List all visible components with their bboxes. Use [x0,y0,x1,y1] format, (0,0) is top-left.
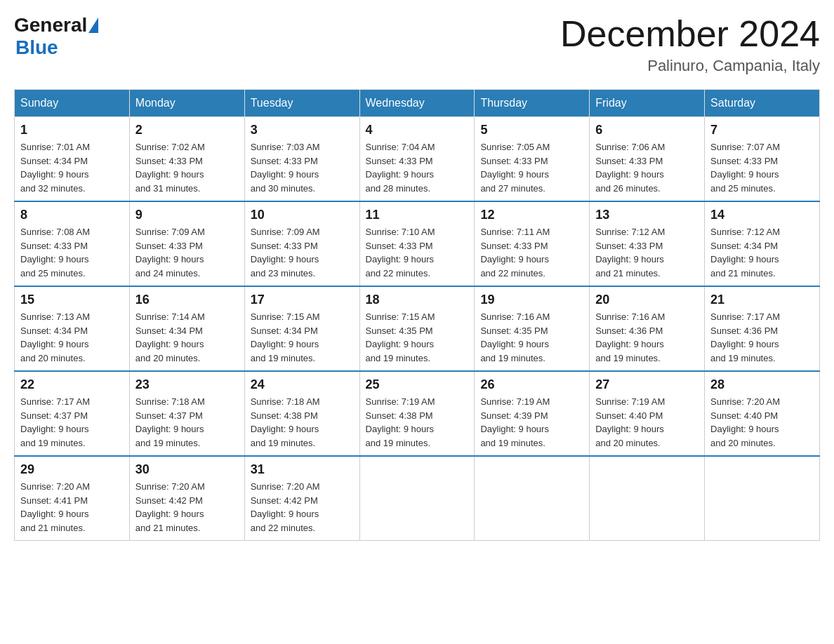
calendar-day-cell: 21 Sunrise: 7:17 AM Sunset: 4:36 PM Dayl… [705,286,820,371]
calendar-week-row: 22 Sunrise: 7:17 AM Sunset: 4:37 PM Dayl… [15,371,820,456]
day-info: Sunrise: 7:17 AM Sunset: 4:37 PM Dayligh… [20,395,124,450]
calendar-day-cell: 8 Sunrise: 7:08 AM Sunset: 4:33 PM Dayli… [15,201,130,286]
month-title: December 2024 [560,14,820,54]
day-info: Sunrise: 7:17 AM Sunset: 4:36 PM Dayligh… [710,310,814,365]
calendar-day-cell: 23 Sunrise: 7:18 AM Sunset: 4:37 PM Dayl… [129,371,244,456]
header-sunday: Sunday [15,90,130,117]
calendar-week-row: 15 Sunrise: 7:13 AM Sunset: 4:34 PM Dayl… [15,286,820,371]
day-info: Sunrise: 7:09 AM Sunset: 4:33 PM Dayligh… [251,225,354,280]
day-info: Sunrise: 7:16 AM Sunset: 4:35 PM Dayligh… [480,310,583,365]
day-info: Sunrise: 7:02 AM Sunset: 4:33 PM Dayligh… [135,140,239,195]
day-info: Sunrise: 7:14 AM Sunset: 4:34 PM Dayligh… [135,310,239,365]
calendar-day-cell: 16 Sunrise: 7:14 AM Sunset: 4:34 PM Dayl… [129,286,244,371]
logo-triangle-icon [88,18,98,33]
day-info: Sunrise: 7:18 AM Sunset: 4:37 PM Dayligh… [135,395,239,450]
calendar-day-cell: 3 Sunrise: 7:03 AM Sunset: 4:33 PM Dayli… [244,117,359,202]
day-info: Sunrise: 7:19 AM Sunset: 4:39 PM Dayligh… [480,395,583,450]
day-number: 30 [135,462,239,477]
calendar-day-cell: 13 Sunrise: 7:12 AM Sunset: 4:33 PM Dayl… [590,201,705,286]
day-info: Sunrise: 7:15 AM Sunset: 4:35 PM Dayligh… [366,310,469,365]
day-number: 27 [595,377,699,392]
day-number: 21 [710,293,814,307]
calendar-day-cell: 15 Sunrise: 7:13 AM Sunset: 4:34 PM Dayl… [15,286,130,371]
calendar-week-row: 8 Sunrise: 7:08 AM Sunset: 4:33 PM Dayli… [15,201,820,286]
day-number: 14 [710,208,814,222]
day-number: 23 [135,377,239,392]
day-number: 9 [135,208,239,222]
calendar-day-cell: 31 Sunrise: 7:20 AM Sunset: 4:42 PM Dayl… [244,456,359,541]
calendar-day-cell: 11 Sunrise: 7:10 AM Sunset: 4:33 PM Dayl… [359,201,475,286]
day-number: 28 [710,377,814,392]
day-number: 10 [251,208,354,222]
day-number: 6 [595,123,699,137]
calendar-day-cell: 9 Sunrise: 7:09 AM Sunset: 4:33 PM Dayli… [129,201,244,286]
day-info: Sunrise: 7:13 AM Sunset: 4:34 PM Dayligh… [20,310,124,365]
logo: General Blue [14,14,100,59]
calendar-day-cell: 18 Sunrise: 7:15 AM Sunset: 4:35 PM Dayl… [359,286,475,371]
calendar-day-cell [359,456,475,541]
day-number: 24 [251,377,354,392]
calendar-day-cell: 28 Sunrise: 7:20 AM Sunset: 4:40 PM Dayl… [705,371,820,456]
day-info: Sunrise: 7:04 AM Sunset: 4:33 PM Dayligh… [366,140,469,195]
day-info: Sunrise: 7:20 AM Sunset: 4:41 PM Dayligh… [20,480,124,535]
calendar-day-cell: 19 Sunrise: 7:16 AM Sunset: 4:35 PM Dayl… [475,286,590,371]
day-info: Sunrise: 7:20 AM Sunset: 4:40 PM Dayligh… [710,395,814,450]
day-info: Sunrise: 7:16 AM Sunset: 4:36 PM Dayligh… [595,310,699,365]
day-number: 20 [595,293,699,307]
day-info: Sunrise: 7:03 AM Sunset: 4:33 PM Dayligh… [251,140,354,195]
day-number: 25 [366,377,469,392]
location-text: Palinuro, Campania, Italy [560,57,820,75]
calendar-day-cell [590,456,705,541]
day-info: Sunrise: 7:01 AM Sunset: 4:34 PM Dayligh… [20,140,124,195]
page-header: General Blue December 2024 Palinuro, Cam… [14,14,820,75]
day-info: Sunrise: 7:20 AM Sunset: 4:42 PM Dayligh… [251,480,354,535]
day-number: 18 [366,293,469,307]
calendar-week-row: 1 Sunrise: 7:01 AM Sunset: 4:34 PM Dayli… [15,117,820,202]
header-thursday: Thursday [475,90,590,117]
calendar-day-cell: 12 Sunrise: 7:11 AM Sunset: 4:33 PM Dayl… [475,201,590,286]
day-number: 31 [251,462,354,477]
calendar-day-cell: 24 Sunrise: 7:18 AM Sunset: 4:38 PM Dayl… [244,371,359,456]
day-number: 7 [710,123,814,137]
day-number: 16 [135,293,239,307]
header-tuesday: Tuesday [244,90,359,117]
day-number: 15 [20,293,124,307]
logo-general-text: General [14,14,87,36]
calendar-day-cell: 27 Sunrise: 7:19 AM Sunset: 4:40 PM Dayl… [590,371,705,456]
day-number: 22 [20,377,124,392]
calendar-day-cell: 2 Sunrise: 7:02 AM Sunset: 4:33 PM Dayli… [129,117,244,202]
calendar-day-cell: 5 Sunrise: 7:05 AM Sunset: 4:33 PM Dayli… [475,117,590,202]
calendar-day-cell: 6 Sunrise: 7:06 AM Sunset: 4:33 PM Dayli… [590,117,705,202]
header-wednesday: Wednesday [359,90,475,117]
day-info: Sunrise: 7:10 AM Sunset: 4:33 PM Dayligh… [366,225,469,280]
day-number: 3 [251,123,354,137]
calendar-day-cell: 25 Sunrise: 7:19 AM Sunset: 4:38 PM Dayl… [359,371,475,456]
day-number: 11 [366,208,469,222]
day-info: Sunrise: 7:20 AM Sunset: 4:42 PM Dayligh… [135,480,239,535]
calendar-day-cell: 30 Sunrise: 7:20 AM Sunset: 4:42 PM Dayl… [129,456,244,541]
day-info: Sunrise: 7:11 AM Sunset: 4:33 PM Dayligh… [480,225,583,280]
calendar-day-cell [475,456,590,541]
day-info: Sunrise: 7:08 AM Sunset: 4:33 PM Dayligh… [20,225,124,280]
calendar-day-cell [705,456,820,541]
calendar-day-cell: 10 Sunrise: 7:09 AM Sunset: 4:33 PM Dayl… [244,201,359,286]
day-info: Sunrise: 7:12 AM Sunset: 4:33 PM Dayligh… [595,225,699,280]
calendar-day-cell: 22 Sunrise: 7:17 AM Sunset: 4:37 PM Dayl… [15,371,130,456]
calendar-day-cell: 20 Sunrise: 7:16 AM Sunset: 4:36 PM Dayl… [590,286,705,371]
weekday-header-row: Sunday Monday Tuesday Wednesday Thursday… [15,90,820,117]
header-monday: Monday [129,90,244,117]
day-info: Sunrise: 7:19 AM Sunset: 4:40 PM Dayligh… [595,395,699,450]
calendar-day-cell: 29 Sunrise: 7:20 AM Sunset: 4:41 PM Dayl… [15,456,130,541]
day-number: 29 [20,462,124,477]
calendar-day-cell: 17 Sunrise: 7:15 AM Sunset: 4:34 PM Dayl… [244,286,359,371]
calendar-week-row: 29 Sunrise: 7:20 AM Sunset: 4:41 PM Dayl… [15,456,820,541]
day-number: 5 [480,123,583,137]
header-saturday: Saturday [705,90,820,117]
day-number: 12 [480,208,583,222]
calendar-day-cell: 1 Sunrise: 7:01 AM Sunset: 4:34 PM Dayli… [15,117,130,202]
day-info: Sunrise: 7:06 AM Sunset: 4:33 PM Dayligh… [595,140,699,195]
day-number: 17 [251,293,354,307]
day-number: 26 [480,377,583,392]
day-info: Sunrise: 7:07 AM Sunset: 4:33 PM Dayligh… [710,140,814,195]
calendar-day-cell: 14 Sunrise: 7:12 AM Sunset: 4:34 PM Dayl… [705,201,820,286]
